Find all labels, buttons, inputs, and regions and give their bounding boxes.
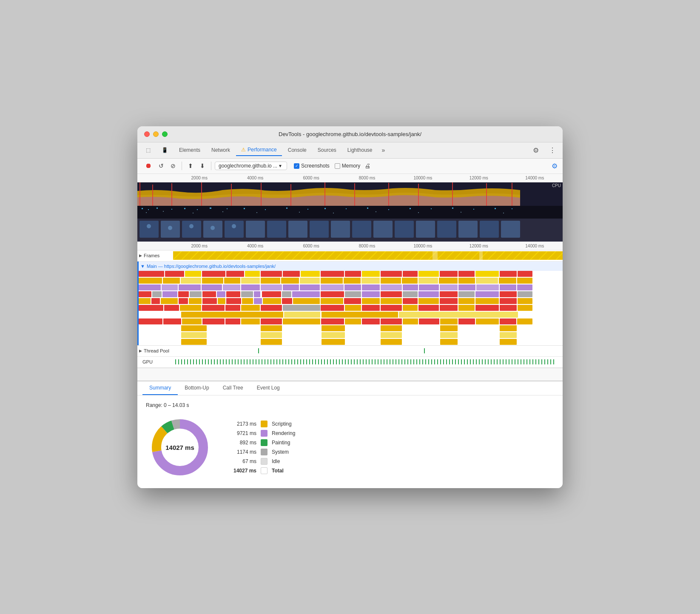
svg-rect-279 — [267, 359, 268, 364]
svg-rect-164 — [161, 298, 178, 304]
stop-button[interactable]: ⊘ — [168, 161, 178, 171]
svg-rect-28 — [324, 208, 326, 209]
tab-device-icon[interactable]: 📱 — [157, 145, 173, 156]
tab-bottom-up[interactable]: Bottom-Up — [178, 381, 216, 395]
svg-rect-42 — [256, 212, 257, 213]
legend-ms-total: 14027 ms — [231, 468, 256, 474]
clear-button[interactable]: 🖨 — [362, 161, 373, 171]
svg-rect-231 — [381, 325, 402, 331]
svg-rect-272 — [247, 359, 248, 364]
svg-rect-300 — [330, 359, 331, 364]
tab-network[interactable]: Network — [206, 145, 235, 156]
tab-performance[interactable]: ⚠ Performance — [236, 144, 282, 156]
svg-rect-216 — [283, 318, 320, 324]
svg-rect-35 — [473, 209, 474, 210]
screenshots-svg — [137, 219, 563, 242]
svg-rect-91 — [403, 271, 418, 277]
tab-console-label: Console — [288, 147, 307, 153]
svg-rect-284 — [282, 359, 283, 364]
svg-rect-319 — [387, 359, 387, 364]
svg-rect-173 — [282, 298, 292, 304]
net-overview-row[interactable]: NET — [137, 206, 563, 219]
screenshots-checkbox-group[interactable]: ✓ Screenshots — [294, 163, 330, 169]
tab-elements-label: Elements — [179, 147, 200, 153]
svg-rect-208 — [399, 312, 518, 318]
close-button[interactable] — [144, 131, 150, 137]
svg-rect-353 — [488, 359, 489, 364]
toolbar-settings-button[interactable]: ⚙ — [552, 162, 558, 170]
tab-more-button[interactable]: » — [378, 145, 389, 155]
svg-rect-185 — [518, 298, 532, 304]
svg-rect-75 — [173, 251, 563, 260]
svg-rect-88 — [345, 271, 361, 277]
legend-ms-idle: 67 ms — [231, 458, 256, 464]
svg-rect-107 — [321, 278, 343, 284]
svg-rect-181 — [440, 298, 458, 304]
legend-label-idle: Idle — [272, 458, 280, 464]
refresh-button[interactable]: ↺ — [156, 161, 166, 171]
svg-rect-66 — [480, 221, 499, 238]
svg-rect-223 — [440, 318, 458, 324]
svg-point-68 — [147, 224, 151, 228]
svg-rect-345 — [464, 359, 465, 364]
tab-sources[interactable]: Sources — [313, 145, 341, 156]
svg-rect-367 — [529, 359, 530, 364]
svg-rect-178 — [381, 298, 402, 304]
svg-rect-32 — [410, 208, 411, 209]
upload-button[interactable]: ⬆ — [185, 161, 196, 171]
tab-summary[interactable]: Summary — [142, 381, 178, 395]
maximize-button[interactable] — [162, 131, 168, 137]
thread-pool-triangle[interactable]: ▶ — [139, 349, 142, 353]
svg-rect-352 — [485, 359, 486, 364]
screenshots-checkbox[interactable]: ✓ — [294, 163, 299, 169]
gpu-label: GPU — [142, 359, 153, 364]
cpu-overview-row[interactable]: CPU — [137, 182, 563, 206]
main-collapse-triangle[interactable]: ▼ — [140, 264, 145, 269]
svg-rect-249 — [178, 359, 179, 364]
svg-rect-338 — [443, 359, 444, 364]
svg-rect-86 — [301, 271, 320, 277]
tab-selector-icon[interactable]: ⬚ — [141, 145, 156, 156]
svg-rect-281 — [273, 359, 274, 364]
svg-rect-240 — [181, 339, 207, 345]
svg-rect-228 — [181, 325, 207, 331]
svg-rect-298 — [324, 359, 325, 364]
url-dropdown[interactable]: googlechrome.github.io ... ▾ — [215, 162, 287, 170]
svg-rect-190 — [225, 305, 240, 311]
frames-triangle[interactable]: ▶ — [139, 253, 142, 258]
tab-event-log[interactable]: Event Log — [250, 381, 287, 395]
svg-rect-323 — [398, 359, 399, 364]
tab-console[interactable]: Console — [283, 145, 312, 156]
svg-rect-87 — [321, 271, 344, 277]
settings-icon-button[interactable]: ⚙ — [529, 145, 542, 156]
svg-rect-13 — [486, 183, 487, 206]
legend-label-system: System — [272, 449, 289, 455]
tab-lighthouse[interactable]: Lighthouse — [342, 145, 378, 156]
svg-rect-54 — [225, 221, 244, 238]
svg-rect-19 — [171, 209, 172, 210]
svg-rect-57 — [288, 221, 307, 238]
tab-call-tree[interactable]: Call Tree — [216, 381, 250, 395]
tab-elements[interactable]: Elements — [174, 145, 205, 156]
tab-bottom-up-label: Bottom-Up — [185, 385, 209, 391]
window-title: DevTools - googlechrome.github.io/devtoo… — [279, 131, 421, 137]
summary-panel: Range: 0 – 14.03 s — [137, 395, 563, 488]
minimize-button[interactable] — [153, 131, 159, 137]
svg-rect-264 — [223, 359, 224, 364]
svg-rect-98 — [139, 278, 162, 284]
download-button[interactable]: ⬇ — [197, 161, 208, 171]
svg-rect-175 — [321, 298, 343, 304]
donut-chart: 14027 ms — [146, 413, 214, 481]
memory-checkbox[interactable] — [335, 163, 340, 169]
svg-rect-340 — [449, 359, 450, 364]
record-button[interactable]: ⏺ — [142, 161, 154, 171]
memory-checkbox-group[interactable]: Memory — [335, 163, 360, 169]
svg-rect-229 — [261, 325, 282, 331]
flame-chart[interactable] — [137, 271, 563, 345]
svg-rect-373 — [547, 359, 548, 364]
svg-rect-180 — [418, 298, 439, 304]
menu-button[interactable]: ⋮ — [546, 145, 559, 156]
svg-rect-252 — [187, 359, 188, 364]
svg-rect-217 — [321, 318, 344, 324]
svg-rect-126 — [300, 284, 320, 290]
